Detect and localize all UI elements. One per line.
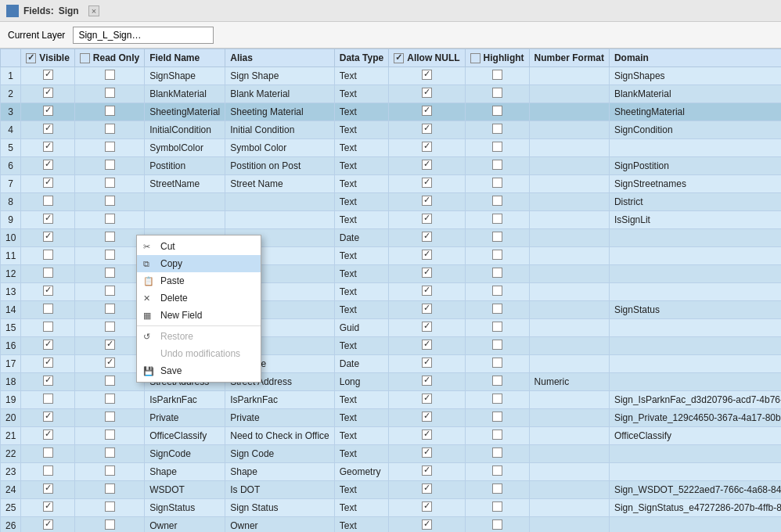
table-row[interactable]: 22SignCodeSign CodeText xyxy=(1,445,782,463)
visible-checkbox[interactable] xyxy=(43,124,53,134)
cell-allownull[interactable] xyxy=(389,283,465,301)
cell-visible[interactable] xyxy=(21,409,74,427)
table-row[interactable]: 11Text xyxy=(1,247,782,265)
cell-readonly[interactable] xyxy=(74,427,144,445)
readonly-checkbox[interactable] xyxy=(105,501,115,512)
highlight-checkbox[interactable] xyxy=(492,483,502,494)
visible-checkbox[interactable] xyxy=(43,268,53,278)
readonly-checkbox[interactable] xyxy=(105,322,115,332)
cell-highlight[interactable] xyxy=(465,85,529,103)
table-row[interactable]: 6PostitionPostition on PostTextSignPosti… xyxy=(1,157,782,175)
cell-visible[interactable] xyxy=(21,247,74,265)
cell-highlight[interactable] xyxy=(465,463,529,481)
table-row[interactable]: 14TextSignStatus xyxy=(1,301,782,319)
cell-highlight[interactable] xyxy=(465,247,529,265)
allownull-checkbox[interactable] xyxy=(422,483,432,494)
allownull-checkbox[interactable] xyxy=(422,214,432,224)
highlight-checkbox[interactable] xyxy=(492,178,502,188)
cell-highlight[interactable] xyxy=(465,517,529,533)
header-allownull[interactable]: Allow NULL xyxy=(389,49,465,67)
highlight-checkbox[interactable] xyxy=(492,70,502,80)
readonly-checkbox[interactable] xyxy=(105,268,115,278)
cell-visible[interactable] xyxy=(21,121,74,139)
visible-checkbox[interactable] xyxy=(43,214,53,224)
table-row[interactable]: 23ShapeShapeGeometry xyxy=(1,463,782,481)
cell-highlight[interactable] xyxy=(465,67,529,85)
cell-readonly[interactable] xyxy=(74,85,144,103)
context-menu-item-save[interactable]: 💾Save xyxy=(137,362,261,379)
visible-checkbox[interactable] xyxy=(43,160,53,170)
table-row[interactable]: 18StreetAddressStreet AddressLongNumeric xyxy=(1,373,782,391)
cell-visible[interactable] xyxy=(21,427,74,445)
table-row[interactable]: 1SignShapeSign ShapeTextSignShapes xyxy=(1,67,782,85)
context-menu-item-paste[interactable]: 📋Paste xyxy=(137,272,261,289)
allownull-checkbox[interactable] xyxy=(422,430,432,440)
allownull-checkbox[interactable] xyxy=(422,358,432,368)
allownull-checkbox[interactable] xyxy=(422,519,432,530)
cell-visible[interactable] xyxy=(21,373,74,391)
readonly-checkbox[interactable] xyxy=(105,142,115,152)
cell-visible[interactable] xyxy=(21,391,74,409)
highlight-checkbox[interactable] xyxy=(492,501,502,512)
highlight-checkbox[interactable] xyxy=(492,196,502,206)
highlight-checkbox[interactable] xyxy=(492,160,502,170)
cell-readonly[interactable] xyxy=(74,247,144,265)
readonly-checkbox[interactable] xyxy=(105,519,115,530)
cell-readonly[interactable] xyxy=(74,175,144,193)
visible-checkbox[interactable] xyxy=(43,448,53,458)
table-row[interactable]: 17EditDateEditDateDate xyxy=(1,355,782,373)
cell-highlight[interactable] xyxy=(465,301,529,319)
table-row[interactable]: 26OwnerOwnerText xyxy=(1,517,782,533)
highlight-checkbox[interactable] xyxy=(492,448,502,458)
cell-allownull[interactable] xyxy=(389,247,465,265)
cell-allownull[interactable] xyxy=(389,517,465,533)
header-readonly[interactable]: Read Only xyxy=(74,49,144,67)
table-row[interactable]: 20PrivatePrivateTextSign_Private_129c465… xyxy=(1,409,782,427)
allownull-checkbox[interactable] xyxy=(422,466,432,476)
cell-readonly[interactable] xyxy=(74,445,144,463)
allownull-checkbox[interactable] xyxy=(422,142,432,152)
cell-readonly[interactable] xyxy=(74,67,144,85)
cell-readonly[interactable] xyxy=(74,157,144,175)
table-row[interactable]: 2BlankMaterialBlank MaterialTextBlankMat… xyxy=(1,85,782,103)
cell-visible[interactable] xyxy=(21,67,74,85)
allownull-checkbox[interactable] xyxy=(422,394,432,404)
visible-checkbox[interactable] xyxy=(43,412,53,422)
allownull-checkbox[interactable] xyxy=(422,412,432,422)
highlight-checkbox[interactable] xyxy=(492,250,502,260)
cell-highlight[interactable] xyxy=(465,391,529,409)
table-row[interactable]: 8TextDistrict xyxy=(1,193,782,211)
table-row[interactable]: 24WSDOTIs DOTTextSign_WSDOT_5222aed7-766… xyxy=(1,481,782,499)
cell-readonly[interactable] xyxy=(74,193,144,211)
allownull-checkbox[interactable] xyxy=(422,178,432,188)
highlight-checkbox[interactable] xyxy=(492,214,502,224)
cell-allownull[interactable] xyxy=(389,211,465,229)
cell-allownull[interactable] xyxy=(389,355,465,373)
header-highlight-checkbox[interactable] xyxy=(470,53,480,63)
cell-readonly[interactable] xyxy=(74,265,144,283)
cell-readonly[interactable] xyxy=(74,373,144,391)
context-menu-item-copy[interactable]: ⧉Copy xyxy=(137,255,261,272)
cell-allownull[interactable] xyxy=(389,139,465,157)
table-row[interactable]: 19IsParknFacIsParknFacTextSign_IsParknFa… xyxy=(1,391,782,409)
table-row[interactable]: 4InitialConditionInitial ConditionTextSi… xyxy=(1,121,782,139)
visible-checkbox[interactable] xyxy=(43,430,53,440)
cell-highlight[interactable] xyxy=(465,103,529,121)
highlight-checkbox[interactable] xyxy=(492,394,502,404)
cell-allownull[interactable] xyxy=(389,301,465,319)
cell-readonly[interactable] xyxy=(74,409,144,427)
header-highlight[interactable]: Highlight xyxy=(465,49,529,67)
cell-allownull[interactable] xyxy=(389,391,465,409)
table-row[interactable]: 3SheetingMaterialSheeting MaterialTextSh… xyxy=(1,103,782,121)
cell-highlight[interactable] xyxy=(465,193,529,211)
allownull-checkbox[interactable] xyxy=(422,268,432,278)
context-menu-item-delete[interactable]: ✕Delete xyxy=(137,289,261,307)
cell-readonly[interactable] xyxy=(74,301,144,319)
allownull-checkbox[interactable] xyxy=(422,501,432,512)
table-row[interactable]: 5SymbolColorSymbol ColorText xyxy=(1,139,782,157)
visible-checkbox[interactable] xyxy=(43,304,53,314)
cell-readonly[interactable] xyxy=(74,355,144,373)
readonly-checkbox[interactable] xyxy=(105,196,115,206)
readonly-checkbox[interactable] xyxy=(105,106,115,116)
cell-allownull[interactable] xyxy=(389,373,465,391)
